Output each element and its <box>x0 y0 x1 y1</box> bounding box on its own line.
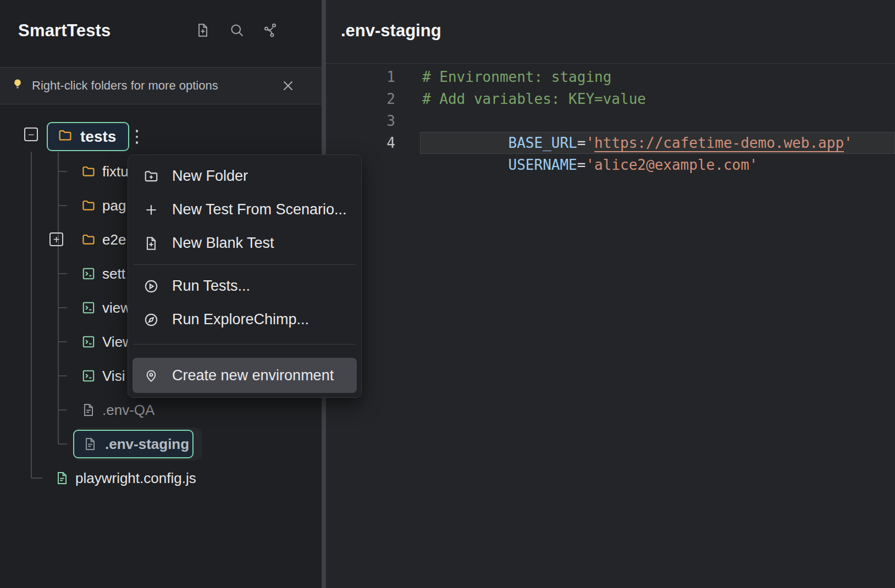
code-token-operator: = <box>577 135 586 151</box>
folder-icon <box>81 164 96 179</box>
menu-item-run-tests[interactable]: Run Tests... <box>132 269 357 303</box>
menu-item-new-folder[interactable]: New Folder <box>132 159 357 193</box>
expand-toggle-e2e[interactable]: + <box>49 232 63 246</box>
tree-node-env-staging[interactable]: .env-staging <box>73 430 194 458</box>
play-circle-icon <box>143 279 159 294</box>
code-token-operator: = <box>577 157 586 173</box>
folder-icon <box>58 128 73 145</box>
menu-item-label: Run Tests... <box>172 278 250 295</box>
tree-node-label: .env-staging <box>105 436 189 453</box>
code-token-variable: USERNAME <box>509 157 577 173</box>
lightbulb-icon <box>11 78 24 93</box>
folder-icon <box>81 232 96 247</box>
app-title: SmartTests <box>18 21 111 41</box>
menu-item-label: Run ExploreChimp... <box>172 311 309 328</box>
tests-more-options-button[interactable] <box>131 125 143 148</box>
menu-item-create-new-environment[interactable]: Create new environment <box>132 358 357 393</box>
file-icon <box>83 437 97 451</box>
menu-item-run-explorechimp[interactable]: Run ExploreChimp... <box>132 303 357 336</box>
close-tip-button[interactable] <box>280 77 296 94</box>
tree-row[interactable]: playwright.config.js <box>0 461 322 495</box>
tree-node-label: fixtu <box>102 154 129 188</box>
tree-row[interactable]: .env-QA <box>0 393 322 427</box>
collapse-glyph: − <box>28 129 35 140</box>
code-token-url-link[interactable]: https://cafetime-demo.web.app <box>594 135 844 151</box>
plus-icon <box>143 202 159 218</box>
code-line: 3 BASE_URL='https://cafetime-demo.web.ap… <box>326 110 895 132</box>
menu-item-new-test-from-scenario[interactable]: New Test From Scenario... <box>132 193 357 226</box>
smarttests-app: SmartTests <box>0 0 895 588</box>
compass-icon <box>143 312 159 328</box>
menu-divider <box>134 344 356 345</box>
menu-item-label: New Folder <box>172 168 248 185</box>
tree-row-selected: .env-staging <box>0 427 322 461</box>
code-editor[interactable]: 1 # Environment: staging 2 # Add variabl… <box>326 63 895 154</box>
tree-node-label: Visi <box>102 359 125 393</box>
line-number: 1 <box>326 66 395 88</box>
tree-node-label: .env-QA <box>102 393 154 427</box>
new-file-button[interactable] <box>194 22 212 41</box>
folder-plus-icon <box>143 169 159 184</box>
code-token-string: 'alice2@example.com' <box>585 157 758 173</box>
file-plus-icon <box>143 236 159 251</box>
code-token-variable: BASE_URL <box>509 135 577 151</box>
editor-file-title: .env-staging <box>341 21 441 41</box>
menu-item-new-blank-test[interactable]: New Blank Test <box>132 226 357 260</box>
git-branch-button[interactable] <box>261 22 280 41</box>
file-icon <box>81 403 96 417</box>
tree-node-label: view <box>102 291 131 325</box>
tree-node-label: pag <box>102 188 126 223</box>
line-number: 2 <box>326 88 395 110</box>
folder-icon <box>81 198 96 213</box>
context-menu: New Folder New Test From Scenario... New… <box>128 154 362 398</box>
tree-node-label: playwright.config.js <box>75 461 196 495</box>
collapse-toggle-tests[interactable]: − <box>24 127 38 141</box>
menu-item-label: Create new environment <box>172 367 334 384</box>
code-line: 1 # Environment: staging <box>326 66 895 88</box>
search-icon <box>229 23 245 40</box>
tree-node-label: e2e <box>102 223 126 257</box>
tree-node-label: sett <box>102 257 125 291</box>
new-file-icon <box>195 23 211 40</box>
code-token-comment: # Add variables: KEY=value <box>422 91 646 107</box>
code-line: 2 # Add variables: KEY=value <box>326 88 895 110</box>
menu-item-label: New Blank Test <box>172 235 274 252</box>
editor-panel: .env-staging 1 # Environment: staging 2 … <box>326 0 895 588</box>
terminal-test-icon <box>81 301 96 315</box>
terminal-test-icon <box>81 267 96 281</box>
terminal-test-icon <box>81 335 96 349</box>
menu-divider <box>134 264 356 265</box>
tree-node-tests[interactable]: tests <box>47 122 129 151</box>
tree-node-label: tests <box>80 128 116 146</box>
expand-glyph: + <box>53 234 60 245</box>
menu-item-label: New Test From Scenario... <box>172 201 347 218</box>
line-number: 3 <box>326 110 395 132</box>
line-number: 4 <box>326 132 395 154</box>
code-token-quote: ' <box>844 135 853 151</box>
terminal-test-icon <box>81 369 96 383</box>
code-token-comment: # Environment: staging <box>422 69 611 85</box>
search-button[interactable] <box>228 22 246 41</box>
tip-text: Right-click folders for more options <box>32 79 280 93</box>
location-pin-icon <box>143 368 159 383</box>
code-token-quote: ' <box>585 135 594 151</box>
git-branch-icon <box>263 23 278 40</box>
tip-banner: Right-click folders for more options <box>0 67 322 104</box>
file-icon <box>55 471 69 485</box>
